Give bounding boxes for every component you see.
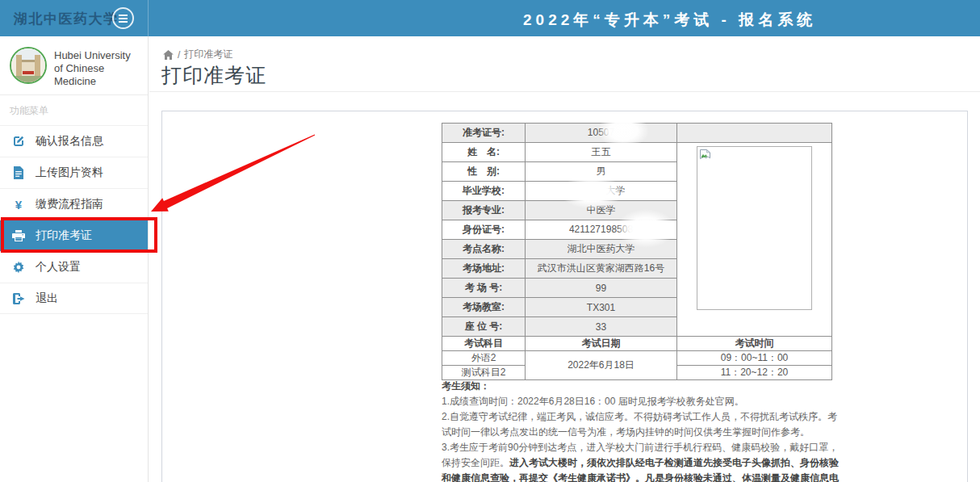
ticket-field-value: 99 [526, 279, 677, 298]
ticket-field-label: 座 位 号: [442, 317, 526, 337]
ticket-field-label: 准考证号: [442, 124, 526, 143]
sidebar: Hubei University of Chinese Medicine 功能菜… [0, 36, 149, 482]
sidebar-item-logout[interactable]: 退出 [0, 283, 148, 314]
sidebar-item-label: 个人设置 [36, 260, 81, 275]
schedule-subject: 测试科目2 [442, 366, 526, 380]
sidebar-item-label: 确认报名信息 [36, 134, 103, 149]
page-title: 打印准考证 [161, 62, 266, 89]
schedule-time: 11：20~12：20 [677, 366, 832, 380]
gear-icon [11, 261, 26, 274]
sidebar-item-confirm-info[interactable]: 确认报名信息 [0, 125, 148, 157]
schedule-subject: 外语2 [442, 351, 526, 366]
photo-cell [677, 143, 832, 337]
ticket-field-label: 身份证号: [442, 220, 526, 240]
ticket-card: 准考证号:10507 姓 名:王五 性 别:男毕业学校: 大学报考专业:中医学身… [161, 111, 968, 482]
breadcrumb: / 打印准考证 [163, 48, 232, 61]
ticket-table: 准考证号:10507 姓 名:王五 性 别:男毕业学校: 大学报考专业:中医学身… [442, 123, 832, 380]
hamburger-icon [119, 15, 128, 16]
sidebar-item-label: 缴费流程指南 [36, 197, 103, 212]
ticket-field-label: 考点名称: [442, 240, 526, 259]
home-icon[interactable] [163, 50, 174, 60]
menu-section-label: 功能菜单 [10, 104, 48, 118]
ticket-field-value: 33 [526, 317, 677, 337]
sidebar-item-payment-guide[interactable]: ¥缴费流程指南 [0, 188, 148, 220]
university-logo-avatar [10, 47, 47, 84]
content-header-divider [149, 91, 980, 92]
edit-icon [11, 135, 26, 148]
broken-image-icon [700, 149, 710, 160]
notice-item: 3.考生应于考前90分钟到达考点，进入学校大门前进行手机行程码、健康码校验，戴好… [442, 440, 839, 482]
sidebar-item-label: 上传图片资料 [36, 166, 103, 180]
ticket-field-value: 武汉市洪山区黄家湖西路16号 [526, 259, 677, 279]
schedule-header: 考试科目 [442, 337, 526, 351]
ticket-field-label: 考 场 号: [442, 279, 526, 298]
ticket-field-value: 王五 [526, 143, 677, 162]
ticket-field-label: 报考专业: [442, 201, 526, 220]
notice-item: 1.成绩查询时间：2022年6月28日16：00 届时见报考学校教务处官网。 [442, 394, 839, 409]
ticket-field-label: 考场地址: [442, 259, 526, 279]
hamburger-menu-button[interactable] [112, 7, 134, 29]
system-title: 2022年“专升本”考试 - 报名系统 [523, 10, 816, 31]
main-content: / 打印准考证 打印准考证 准考证号:10507 姓 名:王五 性 别:男毕业学… [149, 36, 980, 482]
ticket-field-label: 姓 名: [442, 143, 526, 162]
candidate-notice: 考生须知： 1.成绩查询时间：2022年6月28日16：00 届时见报考学校教务… [442, 379, 839, 482]
annotation-highlight-box [1, 217, 157, 253]
university-gate-image [11, 48, 45, 82]
ticket-row: 姓 名:王五 [442, 143, 832, 162]
top-header-bar: 湖北中医药大学 2022年“专升本”考试 - 报名系统 [0, 0, 980, 36]
sidebar-divider [0, 94, 148, 95]
notice-item: 2.自觉遵守考试纪律，端正考风，诚信应考。不得妨碍考试工作人员，不得扰乱考试秩序… [442, 409, 839, 440]
schedule-row: 外语22022年6月18日09：00~11：00 [442, 351, 832, 366]
ticket-field-label: 毕业学校: [442, 182, 526, 201]
breadcrumb-separator: / [178, 49, 180, 61]
logo-box: 湖北中医药大学 [0, 0, 149, 36]
ticket-field-label: 性 别: [442, 162, 526, 182]
ticket-field-label: 考场教室: [442, 298, 526, 317]
file-icon [11, 166, 26, 179]
schedule-header-row: 考试科目考试日期考试时间 [442, 337, 832, 351]
notice-title: 考生须知： [442, 379, 839, 394]
ticket-field-value: TX301 [526, 298, 677, 317]
candidate-photo-placeholder [697, 146, 812, 310]
schedule-time: 09：00~11：00 [677, 351, 832, 366]
redaction-blur [560, 175, 623, 209]
schedule-header: 考试时间 [677, 337, 832, 351]
schedule-header: 考试日期 [526, 337, 677, 351]
logout-icon [11, 293, 26, 304]
schedule-date: 2022年6月18日 [526, 351, 677, 380]
redaction-blur [597, 114, 649, 148]
sidebar-item-personal-settings[interactable]: 个人设置 [0, 251, 148, 283]
school-name: 湖北中医药大学 [14, 10, 119, 28]
sidebar-item-label: 退出 [36, 291, 58, 306]
breadcrumb-page[interactable]: 打印准考证 [184, 48, 232, 61]
sidebar-item-upload-photos[interactable]: 上传图片资料 [0, 157, 148, 188]
notice-items: 1.成绩查询时间：2022年6月28日16：00 届时见报考学校教务处官网。2.… [442, 394, 839, 482]
university-name-english: Hubei University of Chinese Medicine [54, 49, 131, 88]
yen-icon: ¥ [11, 198, 26, 212]
ticket-row-spacer [677, 124, 832, 143]
redaction-blur [616, 209, 676, 248]
